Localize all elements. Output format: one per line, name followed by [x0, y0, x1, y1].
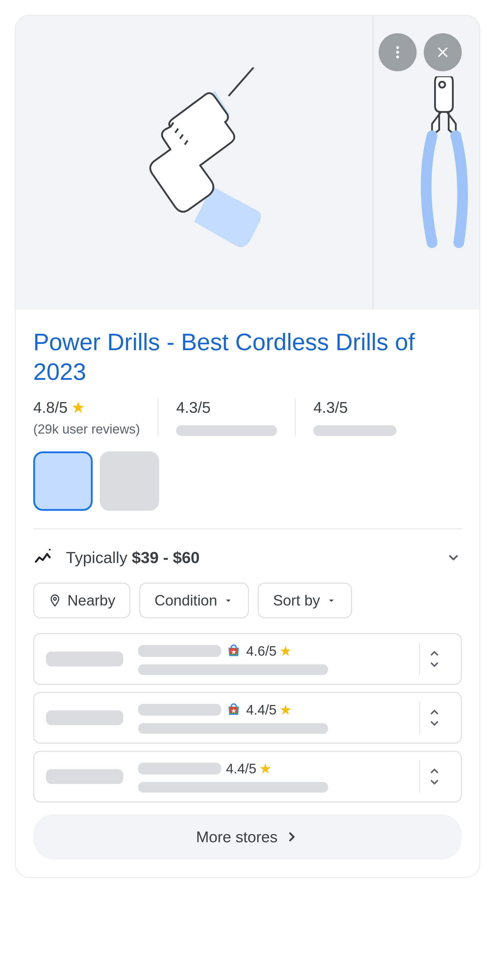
price-label-text: Typically	[66, 549, 132, 566]
price-range-text: $39 - $60	[132, 549, 199, 566]
chip-label: Condition	[154, 592, 217, 609]
placeholder-pill	[138, 704, 221, 716]
placeholder-pill	[46, 652, 123, 667]
store-rating-text: 4.4/5	[246, 702, 277, 718]
variant-swatches	[33, 452, 462, 511]
product-title[interactable]: Power Drills - Best Cordless Drills of 2…	[33, 327, 462, 387]
svg-text:★: ★	[231, 707, 237, 714]
rating-score-2: 4.3/5	[313, 399, 396, 416]
store-rating: 4.4/5 ★	[226, 760, 271, 776]
rating-subtext-0: (29k user reviews)	[33, 422, 140, 436]
placeholder-pill	[138, 723, 328, 734]
drill-illustration-icon	[111, 67, 277, 258]
more-options-button[interactable]	[379, 33, 417, 71]
more-stores-button[interactable]: More stores	[33, 814, 462, 859]
rating-score-text: 4.3/5	[176, 399, 210, 416]
rating-col-0: 4.8/5 ★ (29k user reviews)	[33, 399, 158, 436]
placeholder-pill	[138, 763, 221, 775]
expand-sort-icon	[427, 708, 442, 727]
expand-sort-icon	[427, 767, 442, 786]
expand-sort-icon	[427, 649, 442, 668]
star-icon: ★	[279, 702, 291, 718]
nearby-chip[interactable]: Nearby	[33, 583, 131, 618]
placeholder-pill	[176, 425, 277, 436]
placeholder-pill	[313, 425, 396, 436]
chevron-down-icon	[445, 549, 462, 566]
swatch-selected[interactable]	[33, 452, 92, 511]
svg-point-0	[396, 46, 399, 49]
rating-score-1: 4.3/5	[176, 399, 277, 416]
svg-point-2	[396, 56, 399, 59]
divider	[33, 528, 462, 529]
placeholder-pill	[46, 769, 123, 784]
filter-chips: Nearby Condition Sort by	[33, 583, 462, 618]
star-icon: ★	[259, 760, 271, 776]
placeholder-pill	[138, 782, 328, 792]
close-icon	[434, 44, 451, 61]
store-row[interactable]: ★ 4.6/5 ★	[33, 633, 462, 685]
rating-col-1: 4.3/5	[158, 399, 295, 436]
placeholder-pill	[138, 645, 221, 657]
trusted-store-icon: ★	[226, 643, 242, 659]
close-button[interactable]	[424, 33, 462, 71]
chip-label: Nearby	[67, 592, 115, 609]
placeholder-pill	[138, 664, 328, 675]
condition-chip[interactable]: Condition	[139, 583, 249, 618]
rating-score-text: 4.3/5	[313, 399, 348, 416]
placeholder-pill	[46, 710, 123, 725]
star-icon: ★	[71, 399, 85, 416]
chevron-right-icon	[285, 830, 299, 844]
store-row[interactable]: 4.4/5 ★	[33, 751, 462, 802]
price-insight-row[interactable]: Typically $39 - $60	[33, 547, 462, 568]
pin-icon	[48, 594, 62, 607]
pliers-illustration-icon	[403, 76, 479, 248]
price-trend-icon	[33, 547, 54, 568]
more-vert-icon	[390, 44, 406, 60]
rating-col-2: 4.3/5	[295, 399, 414, 436]
store-rating: 4.6/5 ★	[246, 643, 291, 659]
store-rating-text: 4.4/5	[226, 760, 256, 776]
hero-image-main[interactable]	[16, 16, 372, 309]
svg-point-1	[396, 51, 399, 54]
svg-line-3	[229, 67, 253, 96]
hero-actions	[379, 33, 462, 71]
product-card: Power Drills - Best Cordless Drills of 2…	[15, 15, 480, 878]
star-icon: ★	[279, 643, 291, 659]
hero-area	[16, 16, 479, 309]
store-list: ★ 4.6/5 ★ ★	[33, 633, 462, 802]
dropdown-arrow-icon	[326, 595, 337, 606]
content-area: Power Drills - Best Cordless Drills of 2…	[16, 309, 479, 877]
svg-text:★: ★	[231, 648, 237, 656]
more-stores-label: More stores	[196, 828, 278, 846]
chip-label: Sort by	[273, 592, 320, 609]
trusted-store-icon: ★	[226, 702, 242, 718]
store-row[interactable]: ★ 4.4/5 ★	[33, 692, 462, 744]
dropdown-arrow-icon	[223, 595, 234, 606]
price-label: Typically $39 - $60	[66, 548, 199, 566]
store-rating-text: 4.6/5	[246, 643, 277, 659]
rating-score-text: 4.8/5	[33, 399, 68, 416]
swatch-option[interactable]	[100, 452, 159, 511]
sortby-chip[interactable]: Sort by	[258, 583, 352, 618]
store-rating: 4.4/5 ★	[246, 702, 291, 718]
rating-score-0: 4.8/5 ★	[33, 399, 140, 416]
ratings-row: 4.8/5 ★ (29k user reviews) 4.3/5 4.3/5	[33, 399, 462, 436]
